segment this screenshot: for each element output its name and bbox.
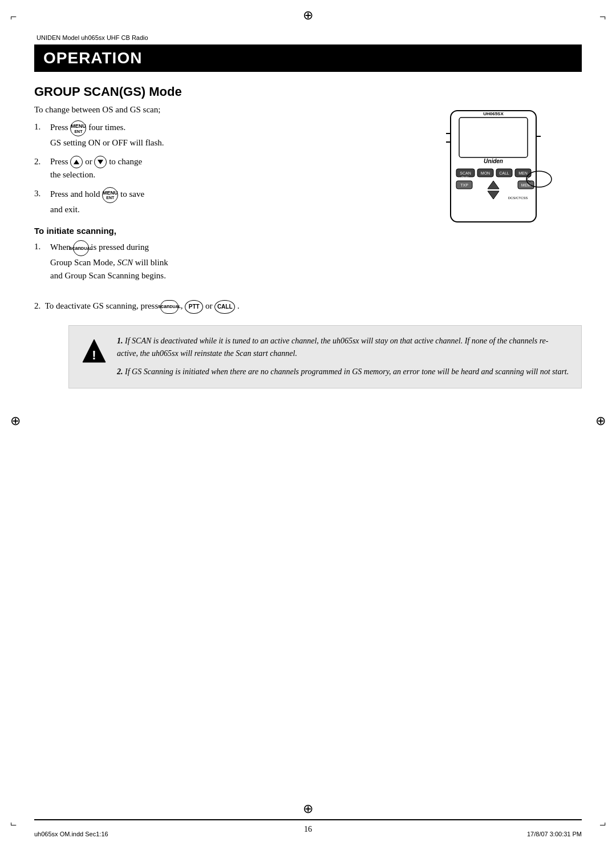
step-2-content: Press or to change the selection. bbox=[50, 155, 422, 181]
compass-top: ⊕ bbox=[303, 8, 313, 23]
scan-button-icon: scanDUAL bbox=[73, 240, 89, 256]
or-text: or bbox=[205, 301, 214, 310]
initiate-list: 1. When scanDUAL is pressed during Group… bbox=[34, 240, 422, 282]
svg-text:SCAN: SCAN bbox=[460, 171, 471, 175]
reg-mark-tr: ⌐ bbox=[599, 10, 606, 23]
up-arrow-button bbox=[70, 156, 83, 168]
device-illustration: UH065SX Uniden SCAN DUAL MON CALL MEN bbox=[433, 105, 570, 230]
left-col: To change between OS and GS scan; 1. Pre… bbox=[34, 105, 422, 288]
warning-item-2: 2. If GS Scanning is initiated when ther… bbox=[117, 366, 570, 378]
steps-list: 1. Press MENUENT four times. GS setting … bbox=[34, 120, 422, 216]
reg-mark-bl: ⌐ bbox=[10, 819, 17, 832]
svg-text:Uniden: Uniden bbox=[484, 158, 503, 164]
warning-item-1: 1. If SCAN is deactivated while it is tu… bbox=[117, 335, 570, 361]
initiate-heading: To initiate scanning, bbox=[34, 226, 422, 236]
svg-text:UH065SX: UH065SX bbox=[483, 111, 504, 116]
compass-right: ⊕ bbox=[595, 414, 606, 428]
page-content: UNIDEN Model uh065sx UHF CB Radio OPERAT… bbox=[34, 34, 582, 808]
svg-marker-18 bbox=[488, 191, 499, 199]
svg-text:CALL: CALL bbox=[499, 171, 509, 175]
menu-button-icon: MENUENT bbox=[70, 120, 86, 136]
warning-icon: ! bbox=[80, 337, 108, 365]
deactivate-step-num: 2. bbox=[34, 301, 40, 310]
menu-hold-button-icon: MENUENT bbox=[102, 187, 118, 203]
up-arrow-icon bbox=[74, 160, 79, 164]
svg-text:DCS/CTCSS: DCS/CTCSS bbox=[508, 196, 528, 200]
svg-rect-1 bbox=[459, 118, 528, 157]
svg-text:MON: MON bbox=[481, 171, 490, 175]
warning-box: ! 1. If SCAN is deactivated while it is … bbox=[68, 325, 582, 388]
group-scan-heading: GROUP SCAN(GS) Mode bbox=[34, 84, 582, 99]
main-columns: To change between OS and GS scan; 1. Pre… bbox=[34, 105, 582, 288]
top-label: UNIDEN Model uh065sx UHF CB Radio bbox=[37, 34, 582, 41]
svg-text:!: ! bbox=[92, 348, 96, 362]
footer-right: 17/8/07 3:00:31 PM bbox=[527, 831, 582, 837]
reg-mark-br: ⌐ bbox=[599, 819, 606, 832]
right-col: UH065SX Uniden SCAN DUAL MON CALL MEN bbox=[433, 105, 582, 288]
svg-point-20 bbox=[526, 171, 552, 187]
footer-left: uh065sx OM.indd Sec1:16 bbox=[34, 831, 108, 837]
bottom-bar bbox=[34, 819, 582, 820]
warning-text-content: 1. If SCAN is deactivated while it is tu… bbox=[117, 335, 570, 379]
initiate-step-1-content: When scanDUAL is pressed during Group Sc… bbox=[50, 240, 422, 282]
step-1-content: Press MENUENT four times. GS setting ON … bbox=[50, 120, 422, 149]
deactivate-line: 2. To deactivate GS scanning, press scan… bbox=[34, 299, 582, 314]
svg-text:DUAL: DUAL bbox=[461, 176, 469, 179]
page-number: 16 bbox=[304, 825, 312, 834]
initiate-step-1: 1. When scanDUAL is pressed during Group… bbox=[34, 240, 422, 282]
deactivate-text: To deactivate GS scanning, press bbox=[45, 301, 158, 310]
initiate-step-1-num: 1. bbox=[34, 240, 50, 282]
step-1: 1. Press MENUENT four times. GS setting … bbox=[34, 120, 422, 149]
step-1-num: 1. bbox=[34, 120, 50, 149]
section-title: OPERATION bbox=[34, 44, 582, 72]
ptt-button: PTT bbox=[185, 300, 203, 314]
reg-mark-tl: ⌐ bbox=[10, 10, 17, 23]
scan-dual-button: scanDUAL bbox=[160, 300, 179, 314]
svg-marker-15 bbox=[488, 181, 499, 189]
svg-rect-0 bbox=[451, 111, 536, 222]
step-2: 2. Press or to change the selection. bbox=[34, 155, 422, 181]
step-3-num: 3. bbox=[34, 187, 50, 216]
intro-text: To change between OS and GS scan; bbox=[34, 105, 422, 115]
svg-text:MEN: MEN bbox=[518, 171, 528, 175]
compass-left: ⊕ bbox=[10, 414, 21, 428]
step-2-num: 2. bbox=[34, 155, 50, 181]
step-3-content: Press and hold MENUENT to save and exit. bbox=[50, 187, 422, 216]
call-button: CALL bbox=[214, 300, 235, 314]
down-arrow-button bbox=[94, 156, 107, 168]
step-3: 3. Press and hold MENUENT to save and ex… bbox=[34, 187, 422, 216]
svg-text:TXP: TXP bbox=[460, 183, 468, 187]
down-arrow-icon bbox=[98, 160, 103, 164]
